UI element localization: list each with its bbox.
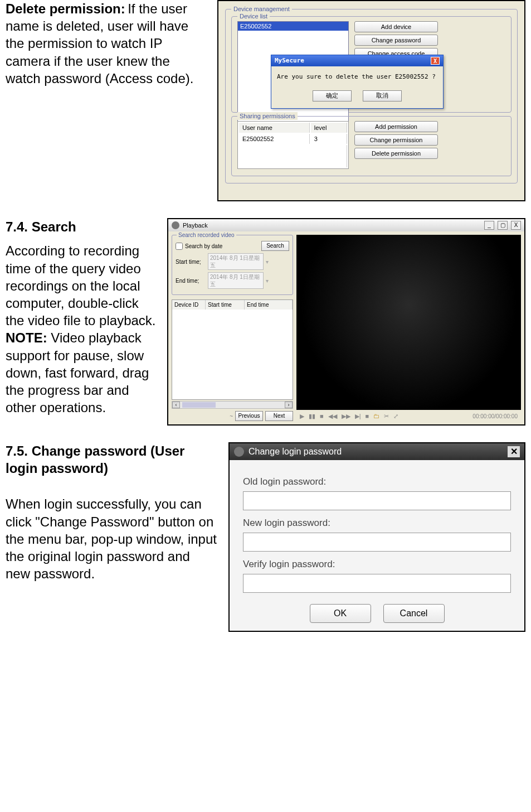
col-username: User name (239, 123, 310, 133)
cell-username: E25002552 (239, 134, 310, 144)
device-list-item[interactable]: E25002552 (238, 22, 348, 31)
cell-level: 3 (311, 134, 347, 144)
play-icon[interactable]: ▶ (300, 412, 304, 420)
forward-icon[interactable]: ▶▶ (342, 412, 350, 420)
rewind-icon[interactable]: ◀◀ (328, 412, 337, 420)
search-by-date-label: Search by date (185, 243, 222, 250)
search-button[interactable]: Search (261, 241, 289, 251)
close-icon[interactable]: X (511, 221, 521, 230)
add-device-button[interactable]: Add device (354, 21, 438, 32)
cancel-button[interactable]: Cancel (383, 604, 445, 623)
previous-button[interactable]: Previous (235, 411, 263, 421)
recordings-table[interactable]: Device ID Start time End time (172, 299, 293, 400)
device-management-window: Device management Device list E25002552 … (217, 0, 525, 201)
delete-permission-heading: Delete permission: (6, 1, 125, 16)
video-viewport[interactable] (296, 235, 521, 410)
end-time-field: 2014年 8月 1日星期五 (208, 272, 264, 289)
playback-title: Playback (183, 221, 208, 229)
next-button[interactable]: Next (265, 411, 293, 421)
scroll-left-icon[interactable]: ‹ (172, 402, 180, 408)
end-time-label: End time; (176, 277, 206, 284)
minimize-icon[interactable]: _ (484, 221, 494, 230)
note-label: NOTE: (6, 330, 47, 345)
device-list-label: Device list (237, 12, 270, 20)
close-icon[interactable]: ✕ (508, 446, 520, 457)
snapshot-icon[interactable]: ✂ (384, 412, 389, 420)
confirm-cancel-button[interactable]: 取消 (363, 90, 402, 102)
pause-icon[interactable]: ▮▮ (309, 412, 315, 420)
close-icon[interactable]: X (431, 57, 440, 65)
page-range: ~ (230, 413, 233, 420)
playback-window: Playback _ ▢ X Search recorded video Sea… (167, 218, 525, 426)
search-body: According to recording time of the query… (6, 243, 156, 328)
confirm-dialog-title: MySecure (275, 57, 304, 65)
step-icon[interactable]: ▶| (355, 412, 361, 420)
verify-password-field[interactable] (243, 574, 511, 593)
change-password-heading: 7.5. Change password (User login passwor… (6, 442, 217, 477)
horizontal-scrollbar[interactable]: ‹ › (172, 401, 293, 409)
sharing-permissions-label: Sharing permissions (237, 112, 298, 120)
search-panel-label: Search recorded video (177, 231, 236, 239)
search-heading: 7.4. Search (6, 218, 156, 235)
ok-button[interactable]: OK (310, 604, 371, 623)
col-start-time: Start time (206, 300, 245, 310)
col-end-time: End time (245, 300, 293, 310)
stop-icon[interactable]: ■ (320, 412, 324, 420)
chevron-down-icon: ▾ (266, 277, 269, 284)
old-password-label: Old login password: (243, 476, 511, 488)
record-icon[interactable]: ■ (366, 412, 369, 420)
change-permission-button[interactable]: Change permission (354, 134, 438, 146)
old-password-field[interactable] (243, 491, 511, 510)
fullscreen-icon[interactable]: ⤢ (393, 412, 398, 420)
change-password-body: When login successfully, you can click "… (6, 495, 217, 582)
col-level: level (311, 123, 347, 133)
search-by-date-checkbox[interactable] (176, 243, 183, 250)
change-password-button[interactable]: Change password (354, 35, 438, 46)
change-password-title: Change login password (249, 446, 342, 458)
delete-permission-button[interactable]: Delete permission (354, 148, 438, 159)
permissions-table[interactable]: User name level E25002552 3 (237, 121, 349, 170)
confirm-dialog-message: Are you sure to delete the user E2500255… (271, 66, 443, 88)
start-time-field: 2014年 8月 1日星期五 (208, 253, 264, 270)
col-device-id: Device ID (172, 300, 206, 310)
restore-icon[interactable]: ▢ (498, 221, 508, 230)
verify-password-label: Verify login password: (243, 558, 511, 571)
start-time-label: Start time; (176, 258, 206, 265)
open-folder-icon[interactable]: 🗀 (373, 412, 379, 420)
playback-time: 00:00:00/00:00:00 (472, 413, 518, 420)
add-permission-button[interactable]: Add permission (354, 121, 438, 132)
app-icon (172, 221, 179, 229)
new-password-field[interactable] (243, 533, 511, 552)
app-icon (234, 447, 244, 457)
change-password-dialog: Change login password ✕ Old login passwo… (228, 442, 525, 632)
chevron-down-icon: ▾ (266, 258, 269, 265)
scroll-right-icon[interactable]: › (285, 402, 293, 408)
table-row[interactable]: E25002552 3 (239, 134, 347, 144)
confirm-ok-button[interactable]: 确定 (313, 90, 352, 102)
confirm-delete-dialog: MySecure X Are you sure to delete the us… (271, 55, 444, 109)
new-password-label: New login password: (243, 517, 511, 529)
